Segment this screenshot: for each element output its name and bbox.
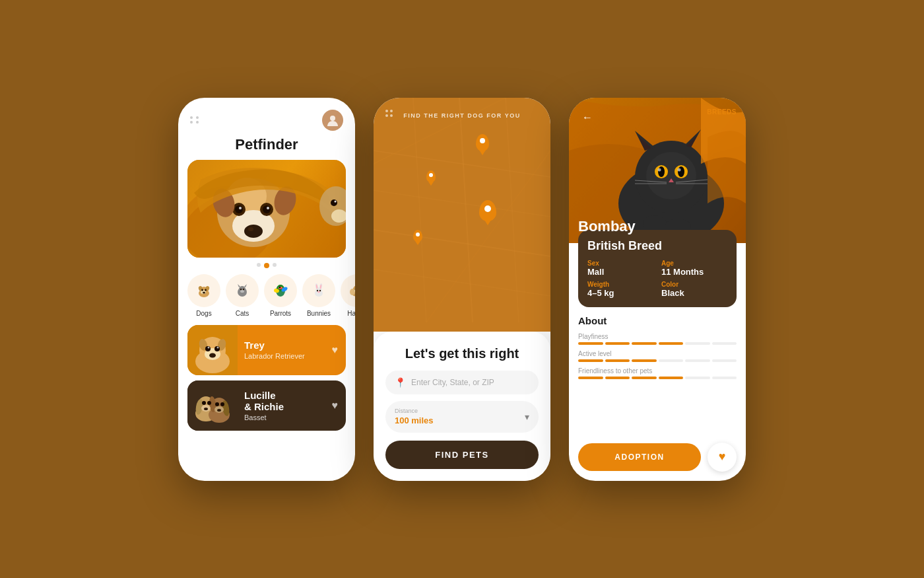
lucille-heart-icon[interactable]: ♥ [332,400,339,412]
seg1 [578,359,603,362]
bunnies-icon [302,274,335,307]
map-menu-icon[interactable] [385,110,393,117]
pet-card-trey[interactable]: Trey Labrador Retriever ♥ [187,325,346,375]
pet-list: Trey Labrador Retriever ♥ [178,321,355,481]
category-row: Dogs Cats [178,271,355,321]
category-bunnies[interactable]: Bunnies [302,274,335,317]
bottom-panel: Let's get this right 📍 Enter City, State… [374,332,550,481]
bunnies-label: Bunnies [307,310,331,317]
adoption-row: ADOPTION ♥ [569,436,746,481]
svg-point-108 [658,168,661,171]
breed-grid: Sex Mall Age 11 Months Weigth 4–5 kg Col… [587,260,727,298]
category-parrots[interactable]: Parrots [264,274,297,317]
app-title: Petfinder [178,136,355,160]
find-pets-button[interactable]: FIND PETS [385,441,539,469]
svg-point-85 [217,409,221,412]
cat-image-section: ← BREEDS Bombay [569,98,746,243]
svg-point-69 [209,353,216,357]
svg-point-67 [208,346,210,348]
seg2 [605,377,630,379]
svg-point-13 [263,205,271,213]
friendliness-bar [578,377,737,379]
screen1-petfinder: Petfinder [178,98,355,481]
search-input-row[interactable]: 📍 Enter City, State, or ZIP [385,371,539,394]
trey-info: Trey Labrador Retriever [238,334,346,365]
category-cats[interactable]: Cats [226,274,259,317]
seg2 [605,342,630,345]
seg1 [578,377,603,379]
about-title: About [578,315,737,326]
map-pin-1 [476,134,489,151]
breed-title: British Breed [587,239,727,253]
color-label: Color [661,281,727,288]
category-hamsters[interactable]: Ham... [341,274,355,317]
svg-point-14 [267,207,269,209]
heart-favorite-button[interactable]: ♥ [708,443,737,472]
svg-point-26 [201,289,203,291]
map-pin-2 [426,170,436,182]
svg-point-34 [240,288,242,289]
lucille-name: Lucille& Richie [244,390,339,412]
map-section: FIND THE RIGHT DOG FOR YOU [374,98,550,332]
category-dogs[interactable]: Dogs [187,274,220,317]
sex-field: Sex Mall [587,260,653,277]
svg-marker-31 [238,284,240,287]
dot-2[interactable] [264,263,269,268]
back-button[interactable]: ← [578,108,597,127]
seg5 [685,377,710,379]
pet-card-lucille[interactable]: Lucille& Richie Basset ♥ [187,380,346,431]
menu-dots-icon[interactable] [190,116,199,124]
svg-point-10 [235,205,243,213]
trey-heart-icon[interactable]: ♥ [332,344,339,356]
breeds-tag: BREEDS [707,108,737,116]
seg3 [632,342,657,345]
svg-point-19 [331,199,337,206]
svg-point-48 [317,289,318,291]
seg5 [685,359,710,362]
dot-3[interactable] [273,263,277,267]
map-pin-3 [413,230,422,242]
distance-dropdown[interactable]: Distance 100 miles ▾ [385,401,539,433]
svg-point-109 [678,168,681,171]
screen3-breed: ← BREEDS Bombay British Breed Sex Mall A… [569,98,746,481]
svg-point-28 [203,291,205,293]
trait-friendliness: Friendliness to other pets [578,367,737,379]
age-field: Age 11 Months [661,260,727,277]
lucille-thumbnail [187,380,238,431]
screen1-header [178,98,355,136]
cats-icon [226,274,259,307]
svg-point-49 [319,289,321,291]
avatar[interactable] [322,110,343,131]
svg-point-81 [220,402,224,406]
seg1 [578,342,603,345]
adoption-button[interactable]: ADOPTION [578,443,701,471]
map-subtitle: FIND THE RIGHT DOG FOR YOU [403,112,520,119]
distance-info: Distance 100 miles [395,408,434,426]
distance-label: Distance [395,408,434,414]
chevron-down-icon: ▾ [525,412,529,422]
active-label: Active level [578,350,737,357]
svg-point-27 [205,289,207,291]
dot-1[interactable] [257,263,261,267]
color-value: Black [661,288,727,298]
carousel-dots [178,258,355,271]
heart-icon: ♥ [719,450,726,464]
city-input[interactable]: Enter City, State, or ZIP [411,378,529,387]
svg-point-107 [678,166,684,177]
seg6 [712,377,737,379]
seg4 [659,377,684,379]
svg-point-68 [217,346,219,348]
age-label: Age [661,260,727,267]
svg-point-78 [202,401,206,405]
svg-point-84 [204,408,208,410]
weight-value: 4–5 kg [587,288,653,298]
sex-value: Mall [587,267,653,277]
trey-breed: Labrador Retriever [244,352,339,360]
seg3 [632,359,657,362]
seg6 [712,359,737,362]
svg-point-7 [244,225,263,238]
svg-point-53 [350,289,355,295]
location-icon: 📍 [395,377,406,388]
lucille-breed: Basset [244,414,339,421]
svg-point-80 [215,402,219,406]
